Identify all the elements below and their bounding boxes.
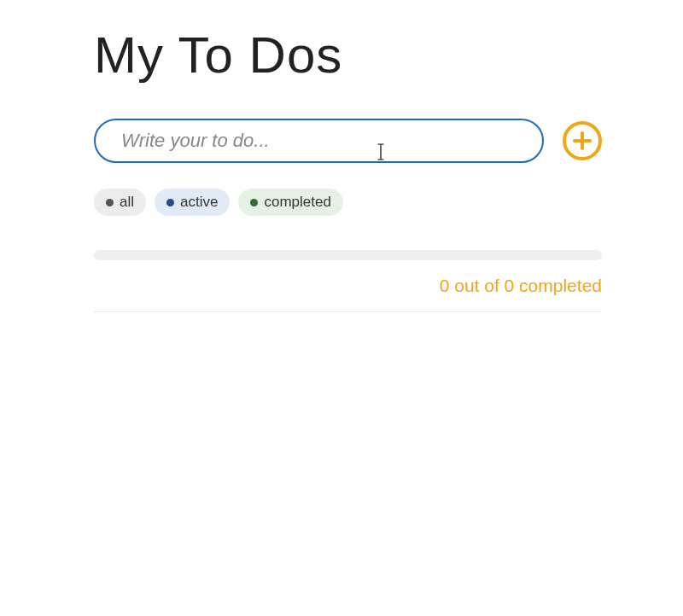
filter-row: all active completed xyxy=(94,189,602,216)
dot-icon xyxy=(106,199,114,206)
add-button[interactable] xyxy=(563,121,602,160)
filter-chip-active[interactable]: active xyxy=(155,189,230,216)
input-row xyxy=(94,119,602,163)
filter-label: completed xyxy=(264,194,330,211)
progress-bar xyxy=(94,250,602,260)
filter-chip-all[interactable]: all xyxy=(94,189,146,216)
filter-label: all xyxy=(120,194,134,211)
dot-icon xyxy=(166,199,174,206)
dot-icon xyxy=(250,199,258,206)
filter-chip-completed[interactable]: completed xyxy=(238,189,342,216)
filter-label: active xyxy=(180,194,218,211)
todo-input[interactable] xyxy=(94,119,544,163)
page-title: My To Dos xyxy=(94,26,602,84)
plus-icon xyxy=(572,131,593,151)
progress-summary: 0 out of 0 completed xyxy=(94,276,602,312)
